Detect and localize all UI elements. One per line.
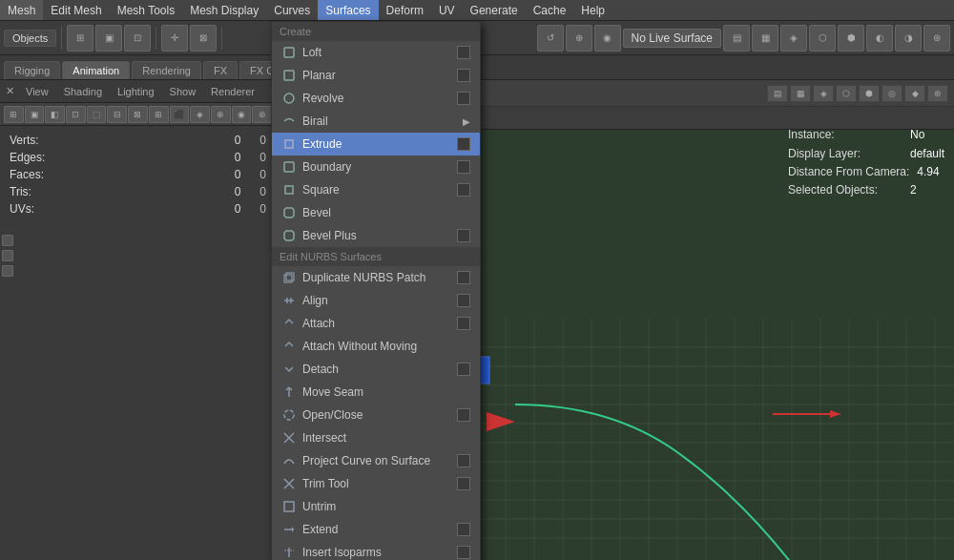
menu-mesh[interactable]: Mesh	[0, 0, 43, 20]
toolbar-right-4[interactable]: ▤	[723, 25, 750, 52]
toolbar-right-1[interactable]: ↺	[537, 25, 564, 52]
cam-btn-6[interactable]: ◎	[881, 85, 902, 102]
dd-extrude[interactable]: Extrude	[272, 133, 480, 156]
sm-btn-5[interactable]: ⬚	[87, 106, 107, 123]
toolbar-right-7[interactable]: ⬡	[809, 25, 836, 52]
dd-duplicate-nurbs-check[interactable]	[457, 271, 470, 284]
tab-fx[interactable]: FX	[203, 61, 238, 79]
toolbar-right-8[interactable]: ⬢	[838, 25, 864, 52]
vp-menu-renderer[interactable]: Renderer	[207, 84, 259, 99]
sm-btn-7[interactable]: ⊠	[128, 106, 148, 123]
dd-revolve-check[interactable]	[457, 92, 470, 105]
dd-attach-check[interactable]	[457, 317, 470, 330]
sm-btn-12[interactable]: ◉	[232, 106, 252, 123]
dd-duplicate-nurbs[interactable]: Duplicate NURBS Patch	[272, 266, 480, 289]
toolbar-btn-4[interactable]: ✛	[161, 25, 188, 52]
dd-attach-without-moving[interactable]: Attach Without Moving	[272, 335, 480, 358]
toolbar-right-9[interactable]: ◐	[866, 25, 893, 52]
menu-deform[interactable]: Deform	[379, 0, 431, 20]
sm-btn-3[interactable]: ◧	[45, 106, 65, 123]
vp-menu-view[interactable]: View	[22, 84, 52, 99]
objects-label[interactable]: Objects	[4, 30, 56, 47]
sm-btn-2[interactable]: ▣	[25, 106, 45, 123]
toolbar-btn-3[interactable]: ⊡	[124, 25, 151, 52]
dd-insert-isoparms[interactable]: Insert Isoparms	[272, 541, 480, 560]
dd-bevel-plus-check[interactable]	[457, 229, 470, 242]
vp-menu-show[interactable]: Show	[166, 84, 200, 99]
cam-btn-1[interactable]: ▤	[767, 85, 788, 102]
toolbar-btn-2[interactable]: ▣	[95, 25, 122, 52]
dd-extend-check[interactable]	[457, 523, 470, 536]
dd-planar-check[interactable]	[457, 69, 470, 82]
dd-boundary[interactable]: Boundary	[272, 156, 480, 178]
vp-close-btn[interactable]: ✕	[6, 85, 14, 97]
sm-btn-6[interactable]: ⊟	[107, 106, 127, 123]
dd-extend[interactable]: Extend	[272, 518, 480, 541]
edge-icon-3[interactable]	[2, 265, 13, 277]
edge-icon-2[interactable]	[2, 250, 13, 261]
sm-btn-13[interactable]: ⊛	[252, 106, 272, 123]
cam-btn-8[interactable]: ⊛	[927, 85, 948, 102]
dd-intersect[interactable]: Intersect	[272, 426, 480, 449]
dd-square[interactable]: Square	[272, 178, 480, 201]
dd-open-close[interactable]: Open/Close	[272, 404, 480, 426]
dd-extrude-check[interactable]	[457, 137, 470, 151]
vp-menu-lighting[interactable]: Lighting	[114, 84, 158, 99]
no-live-surface-top[interactable]: No Live Surface	[623, 29, 721, 48]
toolbar-right-11[interactable]: ⊛	[923, 25, 950, 52]
dd-align[interactable]: Align	[272, 289, 480, 312]
sm-btn-8[interactable]: ⊞	[149, 106, 169, 123]
sm-btn-4[interactable]: ⊡	[66, 106, 86, 123]
dd-bevel[interactable]: Bevel	[272, 201, 480, 224]
dd-insert-isoparms-check[interactable]	[457, 546, 470, 559]
dd-boundary-check[interactable]	[457, 160, 470, 174]
menu-generate[interactable]: Generate	[463, 0, 526, 20]
tab-animation[interactable]: Animation	[62, 61, 130, 79]
menu-mesh-display[interactable]: Mesh Display	[182, 0, 266, 20]
menu-edit-mesh[interactable]: Edit Mesh	[43, 0, 109, 20]
tab-rendering[interactable]: Rendering	[132, 61, 201, 79]
menu-curves[interactable]: Curves	[266, 0, 318, 20]
dd-loft-check[interactable]	[457, 46, 470, 59]
dd-detach[interactable]: Detach	[272, 358, 480, 381]
toolbar-right-3[interactable]: ◉	[594, 25, 621, 52]
dd-planar[interactable]: Planar	[272, 64, 480, 87]
sm-btn-10[interactable]: ◈	[190, 106, 210, 123]
toolbar-btn-1[interactable]: ⊞	[67, 25, 93, 52]
cam-btn-3[interactable]: ◈	[813, 85, 834, 102]
menu-help[interactable]: Help	[573, 0, 612, 20]
cam-btn-5[interactable]: ⬢	[859, 85, 880, 102]
sm-btn-11[interactable]: ⊕	[211, 106, 231, 123]
toolbar-right-2[interactable]: ⊕	[566, 25, 592, 52]
dd-detach-check[interactable]	[457, 363, 470, 376]
sm-btn-9[interactable]: ⬛	[170, 106, 190, 123]
dd-project-curve[interactable]: Project Curve on Surface	[272, 449, 480, 472]
dd-trim-tool[interactable]: Trim Tool	[272, 472, 480, 495]
tab-rigging[interactable]: Rigging	[4, 61, 60, 79]
dd-trim-tool-check[interactable]	[457, 477, 470, 490]
edge-icon-1[interactable]	[2, 235, 13, 246]
dd-bevel-plus[interactable]: Bevel Plus	[272, 224, 480, 247]
toolbar-right-10[interactable]: ◑	[895, 25, 922, 52]
toolbar-right-6[interactable]: ◈	[780, 25, 807, 52]
dd-attach[interactable]: Attach	[272, 312, 480, 335]
dd-open-close-check[interactable]	[457, 408, 470, 422]
toolbar-right-5[interactable]: ▦	[752, 25, 778, 52]
vp-menu-shading[interactable]: Shading	[60, 84, 106, 99]
dd-birail[interactable]: Birail ▶	[272, 110, 480, 133]
dd-square-check[interactable]	[457, 183, 470, 197]
toolbar-btn-5[interactable]: ⊠	[190, 25, 217, 52]
dd-loft[interactable]: Loft	[272, 41, 480, 64]
menu-cache[interactable]: Cache	[526, 0, 574, 20]
dd-project-curve-check[interactable]	[457, 454, 470, 467]
cam-btn-2[interactable]: ▦	[790, 85, 811, 102]
cam-btn-7[interactable]: ◆	[904, 85, 925, 102]
menu-uv[interactable]: UV	[431, 0, 463, 20]
dd-move-seam[interactable]: Move Seam	[272, 381, 480, 404]
menu-surfaces[interactable]: Surfaces	[318, 0, 378, 20]
dd-untrim[interactable]: Untrim	[272, 495, 480, 518]
dd-revolve[interactable]: Revolve	[272, 87, 480, 110]
cam-btn-4[interactable]: ⬡	[836, 85, 857, 102]
sm-btn-1[interactable]: ⊞	[4, 106, 24, 123]
dd-align-check[interactable]	[457, 294, 470, 307]
